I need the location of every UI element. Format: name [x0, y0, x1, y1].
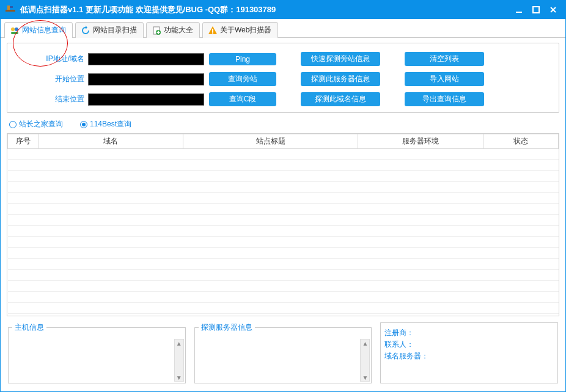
query-form: IP地址/域名 Ping 快速探测旁站信息 清空列表 开始位置 查询旁站 探测此… — [7, 43, 559, 113]
svg-rect-14 — [212, 29, 213, 32]
tab-label: 功能大全 — [164, 25, 193, 35]
table-cell — [39, 204, 183, 215]
table-cell — [39, 149, 183, 160]
clear-list-button[interactable]: 清空列表 — [405, 52, 484, 66]
minimize-button[interactable] — [510, 2, 527, 17]
table-cell — [39, 237, 183, 248]
column-header[interactable]: 域名 — [39, 134, 183, 149]
tab-tools[interactable]: 功能大全 — [146, 22, 200, 38]
table-cell — [8, 226, 39, 237]
input-end[interactable] — [88, 93, 204, 106]
table-row[interactable] — [8, 281, 559, 292]
people-icon — [10, 26, 20, 35]
table-cell — [8, 248, 39, 259]
table-row[interactable] — [8, 292, 559, 303]
label-start: 开始位置 — [15, 74, 88, 84]
table-cell — [358, 303, 483, 314]
column-header[interactable]: 服务器环境 — [358, 134, 483, 149]
radio-114best[interactable]: 114Best查询 — [80, 119, 131, 129]
table-row[interactable] — [8, 171, 559, 182]
radio-label: 站长之家查询 — [19, 119, 63, 129]
table-cell — [39, 160, 183, 171]
query-csegment-button[interactable]: 查询C段 — [209, 92, 276, 106]
table-row[interactable] — [8, 303, 559, 314]
table-row[interactable] — [8, 248, 559, 259]
source-radios: 站长之家查询 114Best查询 — [9, 119, 557, 129]
table-cell — [8, 215, 39, 226]
title-bar: 低调点扫描器v1.1 更新几项功能 欢迎提供意见/BUG -QQ群：191303… — [1, 1, 565, 19]
table-cell — [483, 171, 559, 182]
column-header[interactable]: 站点标题 — [183, 134, 358, 149]
table-row[interactable] — [8, 259, 559, 270]
table-cell — [483, 259, 559, 270]
maximize-button[interactable] — [527, 2, 545, 17]
svg-point-7 — [11, 27, 15, 31]
server-info-textarea[interactable] — [199, 336, 368, 379]
table-cell — [39, 281, 183, 292]
radio-chinaz[interactable]: 站长之家查询 — [9, 119, 63, 129]
table-cell — [483, 292, 559, 303]
ping-button[interactable]: Ping — [209, 53, 276, 65]
input-start[interactable] — [88, 73, 204, 85]
scrollbar[interactable]: ▲ ▼ — [174, 339, 184, 382]
column-header[interactable]: 状态 — [483, 134, 559, 149]
probe-domain-button[interactable]: 探测此域名信息 — [301, 92, 380, 106]
input-ip[interactable] — [88, 53, 204, 65]
query-neighbor-button[interactable]: 查询旁站 — [209, 72, 276, 86]
table-cell — [39, 248, 183, 259]
table-row[interactable] — [8, 193, 559, 204]
table-cell — [183, 270, 358, 281]
table-cell — [8, 270, 39, 281]
tab-site-info[interactable]: 网站信息查询 — [4, 22, 73, 38]
scrollbar[interactable]: ▲ ▼ — [360, 339, 370, 382]
svg-rect-9 — [11, 32, 18, 34]
table-cell — [483, 182, 559, 193]
table-cell — [483, 270, 559, 281]
window-title: 低调点扫描器v1.1 更新几项功能 欢迎提供意见/BUG -QQ群：191303… — [20, 4, 276, 15]
export-results-button[interactable]: 导出查询信息 — [405, 92, 484, 106]
table-row[interactable] — [8, 204, 559, 215]
table-cell — [183, 182, 358, 193]
scroll-down-icon[interactable]: ▼ — [175, 374, 183, 381]
host-info-textarea[interactable] — [12, 336, 182, 379]
table-row[interactable] — [8, 160, 559, 171]
table-cell — [358, 259, 483, 270]
scroll-up-icon[interactable]: ▲ — [361, 339, 369, 347]
table-row[interactable] — [8, 270, 559, 281]
svg-rect-13 — [157, 32, 160, 33]
scroll-up-icon[interactable]: ▲ — [175, 339, 183, 347]
table-row[interactable] — [8, 182, 559, 193]
table-row[interactable] — [8, 215, 559, 226]
table-cell — [8, 292, 39, 303]
radio-icon — [80, 121, 87, 128]
table-cell — [483, 204, 559, 215]
warning-icon — [208, 26, 218, 35]
table-cell — [183, 149, 358, 160]
column-header[interactable]: 序号 — [8, 134, 39, 149]
tab-content: IP地址/域名 Ping 快速探测旁站信息 清空列表 开始位置 查询旁站 探测此… — [1, 38, 565, 388]
table-cell — [483, 248, 559, 259]
tab-bar: 网站信息查询 网站目录扫描 功能大全 — [1, 19, 565, 38]
table-cell — [8, 259, 39, 270]
info-panels: 主机信息 ▲ ▼ 探测服务器信息 ▲ ▼ 注册商： 联系人： 域名服务器： — [7, 322, 559, 383]
results-grid[interactable]: 序号域名站点标题服务器环境状态 — [7, 133, 559, 316]
table-cell — [358, 237, 483, 248]
tab-about[interactable]: 关于Web扫描器 — [202, 22, 278, 38]
table-row[interactable] — [8, 237, 559, 248]
table-row[interactable] — [8, 226, 559, 237]
svg-rect-1 — [7, 5, 10, 10]
import-sites-button[interactable]: 导入网站 — [405, 72, 484, 86]
registrar-line: 注册商： — [384, 328, 554, 338]
table-cell — [39, 193, 183, 204]
quick-probe-button[interactable]: 快速探测旁站信息 — [301, 52, 380, 66]
probe-server-button[interactable]: 探测此服务器信息 — [301, 72, 380, 86]
table-row[interactable] — [8, 149, 559, 160]
table-cell — [358, 160, 483, 171]
close-button[interactable] — [545, 2, 562, 17]
table-cell — [183, 193, 358, 204]
scroll-down-icon[interactable]: ▼ — [361, 374, 369, 381]
tab-dir-scan[interactable]: 网站目录扫描 — [75, 22, 144, 38]
table-cell — [183, 303, 358, 314]
table-cell — [39, 226, 183, 237]
table-cell — [183, 215, 358, 226]
